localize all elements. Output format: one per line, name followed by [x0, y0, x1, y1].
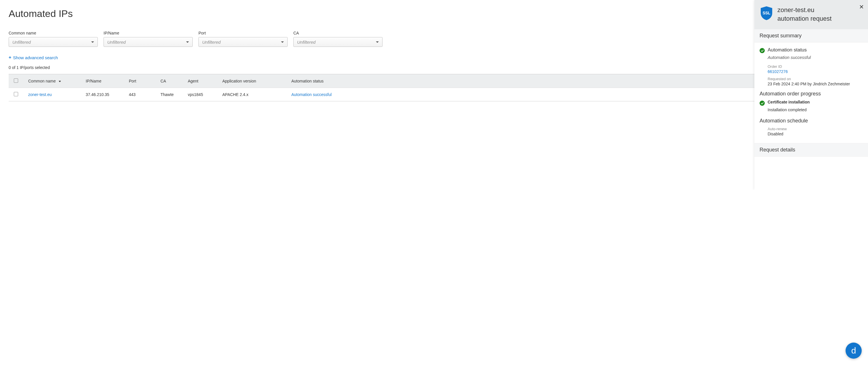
filter-placeholder: Unfiltered [297, 40, 315, 44]
filters-row: Common name Unfiltered IP/Name Unfiltere… [9, 31, 859, 47]
filter-ca: CA Unfiltered [293, 31, 382, 47]
chevron-down-icon [186, 41, 189, 43]
col-agent[interactable]: Agent [186, 79, 220, 84]
automation-status-row: Automation status [760, 47, 863, 53]
cell-app-version: APACHE 2.4.x [220, 92, 289, 97]
order-id-label: Order ID [768, 64, 863, 69]
filter-select-port[interactable]: Unfiltered [198, 37, 288, 47]
adv-search-label: Show advanced search [13, 55, 58, 60]
sort-desc-icon [59, 81, 61, 82]
col-common-name[interactable]: Common name [26, 79, 84, 84]
selection-count: 0 of 1 IP/ports selected [9, 65, 859, 70]
col-automation-status[interactable]: Automation status [289, 79, 347, 84]
ssl-shield-icon: SSL [760, 6, 773, 21]
order-progress-header: Automation order progress [760, 91, 863, 97]
requested-on-value: 23 Feb 2024 2:40 PM by Jindrich Zechmeis… [768, 81, 863, 86]
col-port[interactable]: Port [127, 79, 158, 84]
filter-label: CA [293, 31, 382, 35]
ip-table: Common name IP/Name Port CA Agent Applic… [9, 74, 859, 101]
chevron-down-icon [376, 41, 379, 43]
filter-placeholder: Unfiltered [107, 40, 126, 44]
select-all-checkbox[interactable] [14, 78, 18, 83]
autorenew-value: Disabled [768, 132, 863, 136]
panel-header: SSL zoner-test.eu automation request ✕ [754, 0, 868, 29]
filter-ip-name: IP/Name Unfiltered [103, 31, 193, 47]
filter-select-ip-name[interactable]: Unfiltered [103, 37, 193, 47]
row-checkbox[interactable] [14, 92, 18, 96]
status-title: Automation status [768, 47, 807, 53]
page-title: Automated IPs [9, 8, 859, 19]
check-circle-icon [760, 48, 765, 53]
request-summary-header: Request summary [754, 29, 868, 42]
filter-select-ca[interactable]: Unfiltered [293, 37, 382, 47]
automation-status-link[interactable]: Automation successful [291, 92, 332, 97]
filter-select-common-name[interactable]: Unfiltered [9, 37, 98, 47]
check-circle-icon [760, 101, 765, 106]
cell-ip: 37.46.210.35 [84, 92, 127, 97]
table-header-row: Common name IP/Name Port CA Agent Applic… [9, 74, 859, 88]
filter-placeholder: Unfiltered [202, 40, 221, 44]
col-ip-name[interactable]: IP/Name [84, 79, 127, 84]
show-advanced-search-link[interactable]: + Show advanced search [9, 55, 58, 60]
panel-title: zoner-test.eu automation request [777, 6, 832, 23]
filter-placeholder: Unfiltered [12, 40, 31, 44]
order-id-link[interactable]: 661027276 [768, 69, 788, 74]
status-sub: Automation successful [768, 55, 863, 60]
filter-label: IP/Name [103, 31, 193, 35]
filter-label: Port [198, 31, 288, 35]
cell-agent: vps1845 [186, 92, 220, 97]
panel-title-sub: automation request [777, 14, 832, 23]
table-row[interactable]: zoner-test.eu 37.46.210.35 443 Thawte vp… [9, 88, 859, 101]
autorenew-label: Auto-renew [768, 127, 863, 131]
col-ca[interactable]: CA [158, 79, 186, 84]
cell-ca: Thawte [158, 92, 186, 97]
requested-on-label: Requested on [768, 77, 863, 81]
panel-body: Automation status Automation successful … [754, 42, 868, 141]
filter-label: Common name [9, 31, 98, 35]
cell-port: 443 [127, 92, 158, 97]
panel-title-domain: zoner-test.eu [777, 6, 832, 14]
cert-install-row: Certificate installation [760, 100, 863, 106]
plus-icon: + [9, 55, 11, 60]
request-details-header[interactable]: Request details [754, 143, 868, 157]
cert-install-sub: Installation completed [768, 107, 863, 112]
svg-text:SSL: SSL [763, 11, 771, 15]
filter-port: Port Unfiltered [198, 31, 288, 47]
chevron-down-icon [91, 41, 94, 43]
detail-panel: SSL zoner-test.eu automation request ✕ R… [754, 0, 868, 190]
common-name-link[interactable]: zoner-test.eu [28, 92, 52, 97]
cert-install-title: Certificate installation [768, 100, 810, 104]
col-app-version[interactable]: Application version [220, 79, 289, 84]
close-icon[interactable]: ✕ [859, 4, 864, 10]
filter-common-name: Common name Unfiltered [9, 31, 98, 47]
col-label: Common name [28, 79, 56, 84]
automation-schedule-header: Automation schedule [760, 118, 863, 124]
chevron-down-icon [281, 41, 284, 43]
